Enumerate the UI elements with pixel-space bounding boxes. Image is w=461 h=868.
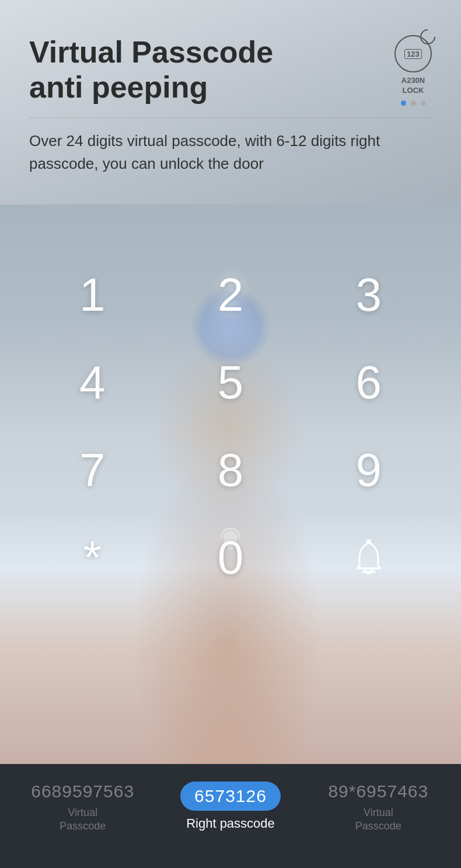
dot-3[interactable] <box>421 100 426 106</box>
lock-icon: 123 <box>394 35 432 72</box>
page-wrapper: Virtual Passcode anti peeping 123 A230N … <box>0 0 461 868</box>
key-star[interactable]: * <box>23 514 162 602</box>
key-hash[interactable] <box>299 514 438 602</box>
key-5[interactable]: 5 <box>162 339 300 426</box>
key-8[interactable]: 8 <box>162 426 300 514</box>
lock-icon-label: 123 <box>404 49 422 59</box>
right-passcode-label: Virtual Passcode <box>355 806 401 834</box>
bottom-section: 6689597563 Virtual Passcode 6573126 Righ… <box>0 764 461 868</box>
center-passcode-option[interactable]: 6573126 Right passcode <box>159 782 301 832</box>
center-passcode-number: 6573126 <box>180 782 281 811</box>
bell-icon <box>348 537 390 579</box>
key-1[interactable]: 1 <box>23 251 162 339</box>
center-passcode-label: Right passcode <box>186 815 275 832</box>
divider <box>29 117 432 119</box>
left-passcode-number: 6689597563 <box>31 782 134 801</box>
left-passcode-label: Virtual Passcode <box>60 806 106 834</box>
key-7[interactable]: 7 <box>23 426 162 514</box>
key-3[interactable]: 3 <box>299 251 438 339</box>
passcode-row: 6689597563 Virtual Passcode 6573126 Righ… <box>12 782 449 834</box>
dot-1[interactable] <box>401 100 406 106</box>
right-passcode-number: 89*6957463 <box>328 782 428 801</box>
key-9[interactable]: 9 <box>299 426 438 514</box>
left-passcode-option[interactable]: 6689597563 Virtual Passcode <box>12 782 153 834</box>
key-4[interactable]: 4 <box>23 339 162 426</box>
svg-point-2 <box>366 539 371 544</box>
header-top: Virtual Passcode anti peeping 123 A230N … <box>29 35 432 106</box>
description: Over 24 digits virtual passcode, with 6-… <box>29 130 432 187</box>
keypad-grid: 1 2 3 4 5 6 7 8 9 * 0 <box>0 251 461 602</box>
right-passcode-option[interactable]: 89*6957463 Virtual Passcode <box>308 782 449 834</box>
header-section: Virtual Passcode anti peeping 123 A230N … <box>0 0 461 204</box>
key-2[interactable]: 2 <box>162 251 300 339</box>
key-0[interactable]: 0 <box>162 514 300 602</box>
dot-2[interactable] <box>411 100 416 106</box>
key-6[interactable]: 6 <box>299 339 438 426</box>
device-model: A230N LOCK <box>394 76 432 96</box>
title-block: Virtual Passcode anti peeping <box>29 35 394 105</box>
pagination-dots <box>394 100 432 106</box>
keypad-section: 1 2 3 4 5 6 7 8 9 * 0 <box>0 204 461 764</box>
main-title: Virtual Passcode anti peeping <box>29 35 394 105</box>
device-info: 123 A230N LOCK <box>394 35 432 106</box>
